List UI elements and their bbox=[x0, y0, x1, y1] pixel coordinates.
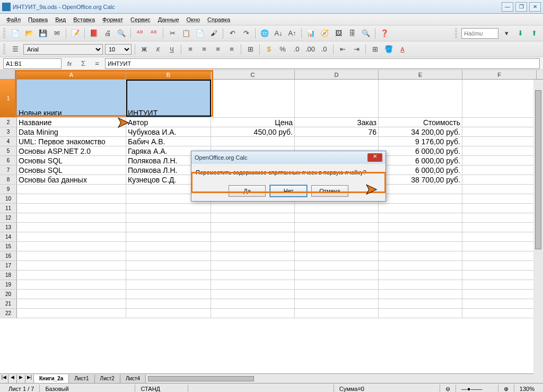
cell[interactable] bbox=[462, 146, 537, 155]
row-header[interactable]: 18 bbox=[0, 271, 17, 280]
cell[interactable]: Новые книги bbox=[17, 80, 126, 117]
cell[interactable] bbox=[462, 242, 537, 251]
zoom-in-icon[interactable]: ⊕ bbox=[498, 385, 514, 392]
font-name-select[interactable]: Arial bbox=[23, 44, 103, 55]
cell[interactable] bbox=[211, 80, 295, 117]
cell[interactable]: Заказ bbox=[295, 118, 379, 127]
cell[interactable] bbox=[17, 232, 126, 241]
cell[interactable] bbox=[295, 290, 379, 299]
toolbar-grip[interactable] bbox=[3, 28, 5, 39]
name-box[interactable] bbox=[3, 58, 62, 69]
borders-icon[interactable]: ⊞ bbox=[369, 43, 381, 55]
dec-indent-icon[interactable]: ⇤ bbox=[337, 43, 348, 55]
tab-prev-icon[interactable]: ◀ bbox=[8, 374, 17, 383]
row-header[interactable]: 11 bbox=[0, 204, 17, 213]
cell[interactable] bbox=[211, 137, 295, 146]
cell[interactable]: Data Mining bbox=[17, 127, 126, 136]
cell[interactable] bbox=[295, 137, 379, 146]
bgcolor-icon[interactable]: 🪣 bbox=[383, 43, 395, 55]
cell[interactable]: Название bbox=[17, 118, 126, 127]
cell[interactable]: 6 000,00 руб. bbox=[379, 146, 462, 155]
menu-data[interactable]: Данные bbox=[155, 15, 182, 24]
pdf-icon[interactable]: 📕 bbox=[88, 28, 100, 39]
cell[interactable] bbox=[211, 309, 295, 318]
font-size-select[interactable]: 10 bbox=[105, 44, 132, 55]
row-header[interactable]: 14 bbox=[0, 232, 17, 241]
row-header[interactable]: 1 bbox=[0, 80, 17, 117]
sheet-tab-3[interactable]: Лист2 bbox=[95, 374, 120, 383]
align-left-icon[interactable]: ≡ bbox=[185, 43, 196, 55]
col-header-D[interactable]: D bbox=[295, 70, 379, 79]
close-button[interactable]: ✕ bbox=[529, 2, 541, 12]
maximize-button[interactable]: ❐ bbox=[515, 2, 527, 12]
zoom-icon[interactable]: 🔍 bbox=[360, 28, 372, 39]
cell[interactable]: Автор bbox=[126, 118, 211, 127]
new-icon[interactable]: 📄 bbox=[10, 28, 21, 39]
cell[interactable] bbox=[211, 271, 295, 280]
sheet-tab-1[interactable]: Книги_2а bbox=[34, 374, 69, 383]
cell[interactable] bbox=[462, 290, 537, 299]
cell[interactable] bbox=[17, 299, 126, 308]
redo-icon[interactable]: ↷ bbox=[240, 28, 252, 39]
cell[interactable] bbox=[462, 175, 537, 184]
cell[interactable] bbox=[126, 271, 211, 280]
sort-desc-icon[interactable]: A↑ bbox=[286, 28, 298, 39]
cell[interactable] bbox=[462, 280, 537, 289]
sheet-tab-4[interactable]: Лист4 bbox=[120, 374, 146, 383]
cell[interactable] bbox=[462, 80, 537, 117]
tab-first-icon[interactable]: |◀ bbox=[0, 374, 8, 383]
cell[interactable] bbox=[295, 213, 379, 222]
cell[interactable] bbox=[379, 242, 462, 251]
dialog-titlebar[interactable]: OpenOffice.org Calc ✕ bbox=[191, 151, 386, 164]
col-header-B[interactable]: B bbox=[126, 70, 211, 79]
cell[interactable]: Основы SQL bbox=[17, 165, 126, 175]
edit-icon[interactable]: 📝 bbox=[69, 28, 81, 39]
cell[interactable] bbox=[126, 251, 211, 260]
align-justify-icon[interactable]: ≡ bbox=[226, 43, 238, 55]
menu-edit[interactable]: Правка bbox=[25, 15, 51, 24]
cell[interactable] bbox=[295, 232, 379, 241]
cell[interactable] bbox=[462, 194, 537, 203]
cell[interactable] bbox=[211, 251, 295, 260]
cell[interactable] bbox=[295, 309, 379, 318]
equals-icon[interactable]: = bbox=[91, 58, 103, 69]
cell[interactable] bbox=[126, 223, 211, 232]
percent-icon[interactable]: % bbox=[277, 43, 288, 55]
cell[interactable] bbox=[295, 271, 379, 280]
row-header[interactable]: 8 bbox=[0, 175, 17, 184]
cell[interactable] bbox=[211, 213, 295, 222]
cell[interactable] bbox=[126, 309, 211, 318]
cut-icon[interactable]: ✂ bbox=[167, 28, 178, 39]
cell[interactable] bbox=[126, 232, 211, 241]
styles-icon[interactable]: ☰ bbox=[10, 43, 21, 55]
cell[interactable] bbox=[379, 251, 462, 260]
cell[interactable] bbox=[211, 223, 295, 232]
cell[interactable] bbox=[379, 261, 462, 270]
zoom-slider[interactable]: —●—— bbox=[456, 385, 498, 392]
cell[interactable] bbox=[126, 204, 211, 213]
cell[interactable]: 38 700,00 руб. bbox=[379, 175, 462, 184]
cell[interactable] bbox=[462, 251, 537, 260]
cell[interactable] bbox=[17, 213, 126, 222]
select-all-corner[interactable] bbox=[0, 70, 17, 79]
save-icon[interactable]: 💾 bbox=[37, 28, 49, 39]
row-header[interactable]: 15 bbox=[0, 242, 17, 251]
cell[interactable]: UML: Первое знакомство bbox=[17, 137, 126, 146]
cell[interactable] bbox=[462, 271, 537, 280]
tab-last-icon[interactable]: ▶| bbox=[25, 374, 34, 383]
row-header[interactable]: 10 bbox=[0, 194, 17, 203]
del-decimal-icon[interactable]: .0 bbox=[318, 43, 330, 55]
search-dropdown-icon[interactable]: ▾ bbox=[501, 28, 512, 39]
cell[interactable]: Стоимость bbox=[379, 118, 462, 127]
row-header[interactable]: 12 bbox=[0, 213, 17, 222]
menu-file[interactable]: Файл bbox=[3, 15, 24, 24]
cell[interactable] bbox=[462, 299, 537, 308]
cell[interactable] bbox=[462, 165, 537, 175]
cell[interactable] bbox=[17, 309, 126, 318]
inc-indent-icon[interactable]: ⇥ bbox=[351, 43, 362, 55]
open-icon[interactable]: 📂 bbox=[23, 28, 35, 39]
cell[interactable] bbox=[17, 261, 126, 270]
cell[interactable] bbox=[379, 271, 462, 280]
row-header[interactable]: 7 bbox=[0, 165, 17, 175]
cell[interactable] bbox=[17, 194, 126, 203]
